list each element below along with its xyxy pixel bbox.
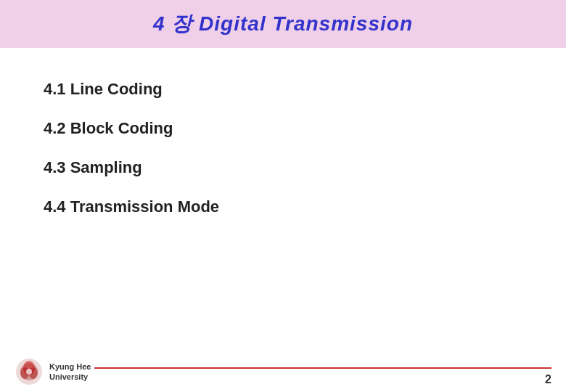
menu-item-1: 4.1 Line Coding [44,70,522,109]
page-number: 2 [545,373,551,386]
menu-item-4: 4.4 Transmission Mode [44,187,522,226]
university-name: Kyung Hee University [49,362,91,383]
footer-logo-area: Kyung Hee University [15,357,91,386]
university-logo [15,357,44,386]
svg-point-5 [26,369,32,375]
menu-item-3: 4.3 Sampling [44,148,522,187]
footer-divider [94,367,551,369]
content-area: 4.1 Line Coding 4.2 Block Coding 4.3 Sam… [0,62,566,392]
slide-container: 4 장 Digital Transmission 4.1 Line Coding… [0,0,566,392]
footer: Kyung Hee University 2 [0,357,566,392]
slide-title: 4 장 Digital Transmission [153,12,413,35]
menu-item-2: 4.2 Block Coding [44,109,522,148]
title-bar: 4 장 Digital Transmission [0,0,566,48]
